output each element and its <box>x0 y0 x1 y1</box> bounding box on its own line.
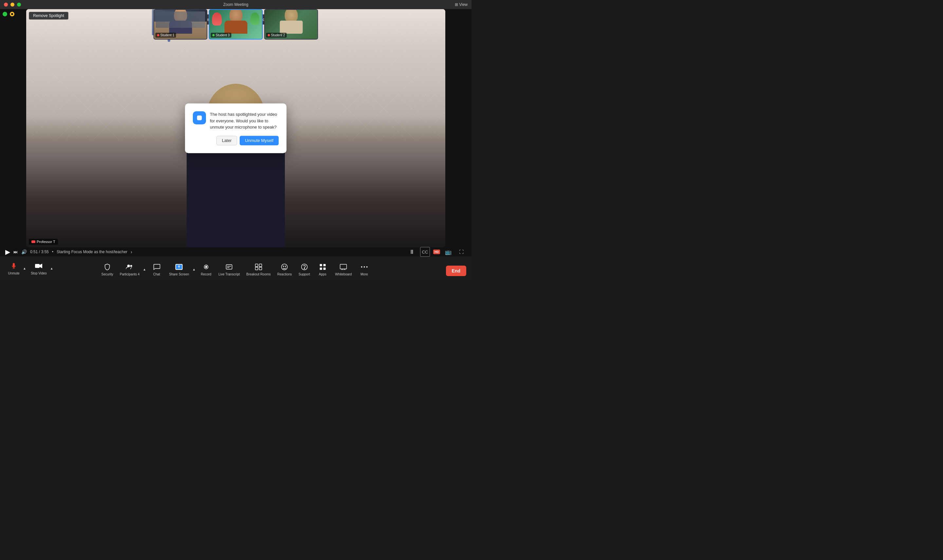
participant-strip: Student 1 Student 3 Student 2 <box>154 9 318 40</box>
fullscreen-button[interactable]: ⛶ <box>457 247 466 257</box>
participants-button[interactable]: Participants 4 <box>117 261 142 277</box>
volume-button[interactable]: 🔊 <box>21 249 27 254</box>
breakout-rooms-label: Breakout Rooms <box>246 272 270 276</box>
zoom-logo-icon <box>193 111 206 124</box>
live-transcript-label: Live Transcript <box>218 272 240 276</box>
student3-label: Student 3 <box>211 33 232 38</box>
chat-button[interactable]: Chat <box>148 261 165 277</box>
support-icon <box>299 262 309 271</box>
cc-button[interactable]: CC <box>420 247 430 257</box>
svg-rect-3 <box>35 264 40 268</box>
status-indicators <box>3 12 14 16</box>
svg-point-32 <box>366 266 367 268</box>
support-button[interactable]: Support <box>296 261 313 277</box>
toolbar-main: Unmute ▲ Stop Video ▲ <box>0 257 471 280</box>
support-label: Support <box>299 272 310 276</box>
breakout-rooms-icon <box>254 262 263 271</box>
playback-chevron[interactable]: › <box>131 249 132 254</box>
unmute-button[interactable]: Unmute <box>5 260 22 276</box>
stop-video-label: Stop Video <box>31 271 47 275</box>
svg-rect-25 <box>323 268 326 270</box>
reactions-button[interactable]: Reactions <box>275 261 294 277</box>
svg-rect-26 <box>340 264 347 269</box>
svg-rect-23 <box>323 264 326 266</box>
whiteboard-label: Whiteboard <box>335 272 352 276</box>
main-content-area: Remove Spotlight Participants can see on… <box>0 9 471 247</box>
playback-bar: ▶ ⏭ 🔊 0:51 / 3:55 • Starting Focus Mode … <box>0 247 471 257</box>
skip-button[interactable]: ⏭ <box>14 249 18 254</box>
later-button[interactable]: Later <box>216 136 238 145</box>
security-button[interactable]: Security <box>99 261 116 277</box>
whiteboard-icon <box>339 262 348 271</box>
cast-button[interactable]: 📺 <box>443 247 453 257</box>
microphone-icon <box>9 262 19 271</box>
dialog-message: The host has spotlighted your video for … <box>210 111 279 131</box>
svg-point-31 <box>363 266 365 268</box>
titlebar: Zoom Meeting ⊞ View <box>0 0 471 9</box>
record-label: Record <box>201 272 211 276</box>
more-button[interactable]: More <box>356 261 373 277</box>
spotlight-dialog: The host has spotlighted your video for … <box>185 103 287 153</box>
stop-video-button[interactable]: Stop Video <box>28 260 49 276</box>
svg-point-6 <box>130 265 132 267</box>
pause-button[interactable]: ⏸ <box>407 247 417 257</box>
window-controls[interactable] <box>4 3 21 6</box>
camera-icon <box>31 240 35 243</box>
maximize-button[interactable] <box>17 3 21 6</box>
svg-point-19 <box>285 266 286 266</box>
security-label: Security <box>102 272 113 276</box>
student1-mic-icon <box>157 34 159 36</box>
live-transcript-button[interactable]: Live Transcript <box>216 261 242 277</box>
reactions-icon <box>280 262 289 271</box>
professor-label: Professor T <box>29 239 58 245</box>
svg-point-0 <box>11 13 13 15</box>
record-button[interactable]: Record <box>198 261 215 277</box>
shield-icon <box>103 262 112 271</box>
svg-rect-10 <box>226 265 232 269</box>
unmute-myself-button[interactable]: Unmute Myself <box>240 136 279 145</box>
student1-label: Student 1 <box>156 33 176 38</box>
svg-rect-13 <box>255 264 258 266</box>
participants-chevron[interactable]: ▲ <box>142 267 147 272</box>
record-icon <box>201 262 210 271</box>
video-camera-icon <box>34 262 43 271</box>
share-screen-chevron[interactable]: ▲ <box>191 267 196 272</box>
unmute-chevron[interactable]: ▲ <box>22 266 27 271</box>
svg-rect-14 <box>259 264 262 266</box>
remove-spotlight-button[interactable]: Remove Spotlight <box>29 12 68 20</box>
apps-icon <box>318 262 327 271</box>
toolbar-left-controls: Unmute ▲ Stop Video ▲ <box>5 260 54 276</box>
svg-rect-15 <box>255 267 258 270</box>
dialog-content: The host has spotlighted your video for … <box>193 111 279 131</box>
more-label: More <box>361 272 368 276</box>
participant-thumb-student2[interactable]: Student 2 <box>264 9 318 40</box>
share-screen-icon <box>174 262 184 271</box>
view-button[interactable]: ⊞ View <box>455 2 468 7</box>
svg-point-30 <box>361 266 362 268</box>
green-indicator <box>3 12 7 16</box>
share-screen-button[interactable]: Share Screen <box>166 261 191 277</box>
playback-time: 0:51 / 3:55 <box>30 249 49 254</box>
participant-thumb-student1[interactable]: Student 1 <box>154 9 208 40</box>
apps-button[interactable]: Apps <box>314 261 331 277</box>
breakout-rooms-button[interactable]: Breakout Rooms <box>244 261 273 277</box>
apps-label: Apps <box>319 272 326 276</box>
student2-mic-icon <box>268 34 270 36</box>
toolbar-right: End <box>446 266 466 276</box>
participants-group: Participants 4 ▲ <box>117 261 147 277</box>
playback-right-controls: ⏸ CC HD 📺 ⛶ <box>407 247 466 257</box>
play-button[interactable]: ▶ <box>5 248 10 256</box>
participants-icon <box>125 262 134 271</box>
end-button[interactable]: End <box>446 266 466 276</box>
share-screen-group: Share Screen ▲ <box>166 261 196 277</box>
live-transcript-icon <box>225 262 234 271</box>
minimize-button[interactable] <box>11 3 14 6</box>
main-video: Remove Spotlight Participants can see on… <box>26 9 445 247</box>
svg-point-9 <box>205 266 207 268</box>
close-button[interactable] <box>4 3 8 6</box>
stop-video-chevron[interactable]: ▲ <box>49 266 54 271</box>
whiteboard-button[interactable]: Whiteboard <box>332 261 354 277</box>
participant-thumb-student3[interactable]: Student 3 <box>209 9 263 40</box>
hd-badge: HD <box>433 249 440 254</box>
share-screen-label: Share Screen <box>169 272 189 276</box>
